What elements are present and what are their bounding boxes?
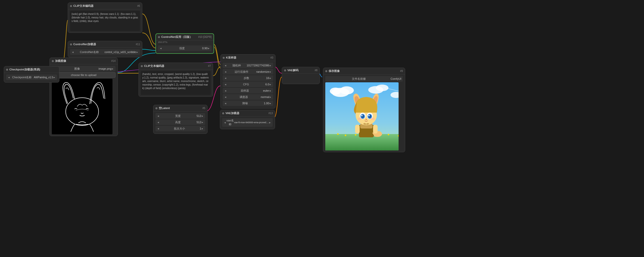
svg-point-14 xyxy=(388,134,389,135)
height-arrow-right[interactable]: ► xyxy=(201,121,204,124)
vae-loader-header: VAE加载器 #13 xyxy=(220,110,275,117)
clip-text-encoder-2-id: #7 xyxy=(208,65,211,67)
save-image-dot xyxy=(325,70,327,72)
denoise-field[interactable]: ◄ 降噪 1.00 ► xyxy=(223,100,273,106)
vae-label: vae名称 xyxy=(226,119,234,126)
svg-point-29 xyxy=(358,118,362,120)
controlnet-apply-header: ControlNet应用（旧版） #10 [DEPR] xyxy=(156,34,214,40)
steps-arrow-right[interactable]: ► xyxy=(269,77,272,80)
checkpoint-arrow-left[interactable]: ◄ xyxy=(8,76,10,79)
height-arrow-left[interactable]: ◄ xyxy=(157,121,159,124)
controlnet-name-value: control_v11p_sd15_scribble xyxy=(105,51,136,54)
batch-arrow-left[interactable]: ◄ xyxy=(157,127,159,130)
k-sampler-dot xyxy=(223,57,225,59)
controlnet-loader-node: ControlNet加载器 #11 ◄ ControlNet名称 control… xyxy=(68,41,142,57)
run-action-field[interactable]: ◄ 运行后操作 randomize ► xyxy=(223,69,273,74)
clip-text-encoder-1-text[interactable]: {solo} girl (flat chest:0.9), (fennec ea… xyxy=(70,11,140,31)
vae-arrow-right[interactable]: ► xyxy=(269,121,271,124)
clip-text-encoder-2-title: CLIP文本编码器 xyxy=(144,64,164,68)
batch-field[interactable]: ◄ 批次大小 1 ► xyxy=(155,126,205,131)
scheduler-field[interactable]: ◄ 调度器 normal ► xyxy=(223,94,273,100)
strength-arrow-left[interactable]: ◄ xyxy=(159,47,162,50)
vae-decoder-header: VAE解码 #8 xyxy=(282,67,319,74)
checkpoint-name-field[interactable]: ◄ Checkpoint名称 AWPainting_v1.5 ► xyxy=(6,74,57,80)
svg-point-28 xyxy=(365,119,367,120)
sampler-value: euler xyxy=(263,89,269,92)
denoise-arrow-left[interactable]: ◄ xyxy=(224,102,227,105)
cfg-field[interactable]: ◄ CFG 6.0 ► xyxy=(223,82,273,87)
vae-loader-id: #13 xyxy=(268,112,273,115)
controlnet-name-label: ControlNet名称 xyxy=(74,50,105,54)
sampler-field[interactable]: ◄ 采样器 euler ► xyxy=(223,88,273,93)
steps-field[interactable]: ◄ 步数 16 ► xyxy=(223,75,273,81)
height-label: 高度 xyxy=(159,120,197,124)
denoise-label: 降噪 xyxy=(227,101,264,105)
height-field[interactable]: ◄ 高度 512 ► xyxy=(155,119,205,125)
controlnet-name-field[interactable]: ◄ ControlNet名称 control_v11p_sd15_scribbl… xyxy=(70,49,140,55)
empty-latent-dot xyxy=(155,107,157,109)
seed-value: 1017720627742086 xyxy=(247,64,269,67)
scheduler-label: 调度器 xyxy=(227,95,261,99)
vae-decoder-id: #8 xyxy=(315,69,317,72)
scheduler-arrow-right[interactable]: ► xyxy=(269,96,272,98)
scheduler-value: normal xyxy=(261,95,269,98)
upload-button[interactable]: choose file to upload xyxy=(52,72,116,78)
vae-value: vae-ft-mse-840000-ema-pruned.... xyxy=(234,121,269,124)
output-image-preview xyxy=(325,82,399,150)
svg-point-4 xyxy=(340,86,354,94)
cfg-label: CFG xyxy=(227,83,265,86)
vae-decoder-body xyxy=(282,74,319,84)
width-arrow-right[interactable]: ► xyxy=(201,115,204,117)
checkpoint-loader-header: Checkpoint加载器(简易) xyxy=(4,66,59,73)
controlnet-strength-field[interactable]: ◄ 强度 0.90 ► xyxy=(158,45,212,51)
checkpoint-loader-body: ◄ Checkpoint名称 AWPainting_v1.5 ► xyxy=(4,73,59,82)
controlnet-apply-dot xyxy=(158,36,160,38)
controlnet-name-arrow-left[interactable]: ◄ xyxy=(72,51,74,54)
scheduler-arrow-left[interactable]: ◄ xyxy=(224,96,227,98)
width-arrow-left[interactable]: ◄ xyxy=(157,115,159,117)
controlnet-apply-title: ControlNet应用（旧版） xyxy=(161,35,192,39)
k-sampler-id: #3 xyxy=(270,56,273,59)
strength-label: 强度 xyxy=(162,46,202,50)
sampler-label: 采样器 xyxy=(227,89,263,93)
seed-arrow-left[interactable]: ◄ xyxy=(224,64,227,67)
height-value: 512 xyxy=(197,121,201,124)
clip-text-encoder-2-text[interactable]: (hands), text, error, cropped, (worst qu… xyxy=(141,71,211,95)
svg-rect-0 xyxy=(52,79,112,134)
vae-arrow-left[interactable]: ◄ xyxy=(224,121,226,124)
denoise-arrow-right[interactable]: ► xyxy=(269,102,272,105)
clip-text-encoder-1-node: CLIP文本编码器 #6 {solo} girl (flat chest:0.9… xyxy=(68,3,142,33)
image-preview xyxy=(52,79,112,134)
cfg-arrow-left[interactable]: ◄ xyxy=(224,83,227,86)
sampler-arrow-left[interactable]: ◄ xyxy=(224,89,227,92)
svg-rect-32 xyxy=(373,125,378,134)
vae-decoder-dot xyxy=(284,69,286,71)
batch-label: 批次大小 xyxy=(159,127,200,131)
clip-text-encoder-1-body: {solo} girl (flat chest:0.9), (fennec ea… xyxy=(68,9,142,33)
image-field[interactable]: ◄ 图像 image.png ► xyxy=(52,66,116,71)
width-label: 宽度 xyxy=(159,114,197,118)
cfg-arrow-right[interactable]: ► xyxy=(269,83,272,86)
empty-latent-body: ◄ 宽度 512 ► ◄ 高度 512 ► ◄ 批次大小 1 ► xyxy=(153,112,207,134)
seed-arrow-right[interactable]: ► xyxy=(269,64,272,67)
image-arrow-right[interactable]: ► xyxy=(111,67,114,70)
filename-field[interactable]: 文件名前缀 ComfyUI xyxy=(325,76,403,82)
strength-arrow-right[interactable]: ► xyxy=(208,47,210,50)
svg-point-12 xyxy=(345,135,346,136)
load-image-node: 加载图像 #14 ◄ 图像 image.png ► choose file to… xyxy=(50,58,118,136)
seed-field[interactable]: ◄ 随机种 1017720627742086 ► xyxy=(223,63,273,68)
run-arrow-right[interactable]: ► xyxy=(269,70,272,73)
steps-arrow-left[interactable]: ◄ xyxy=(224,77,227,80)
controlnet-name-arrow-right[interactable]: ► xyxy=(136,51,139,54)
save-image-header: 保存图像 #9 xyxy=(323,68,405,74)
sampler-arrow-right[interactable]: ► xyxy=(269,89,272,92)
run-arrow-left[interactable]: ◄ xyxy=(224,70,227,73)
controlnet-loader-id: #11 xyxy=(136,43,140,46)
vae-name-field[interactable]: ◄ vae名称 vae-ft-mse-840000-ema-pruned....… xyxy=(222,118,273,127)
width-field[interactable]: ◄ 宽度 512 ► xyxy=(155,113,205,119)
svg-point-13 xyxy=(355,134,356,136)
batch-arrow-right[interactable]: ► xyxy=(201,127,204,130)
vae-decoder-title: VAE解码 xyxy=(287,68,298,72)
checkpoint-arrow-right[interactable]: ► xyxy=(53,76,56,79)
controlnet-apply-time: 153.377s xyxy=(156,40,214,44)
